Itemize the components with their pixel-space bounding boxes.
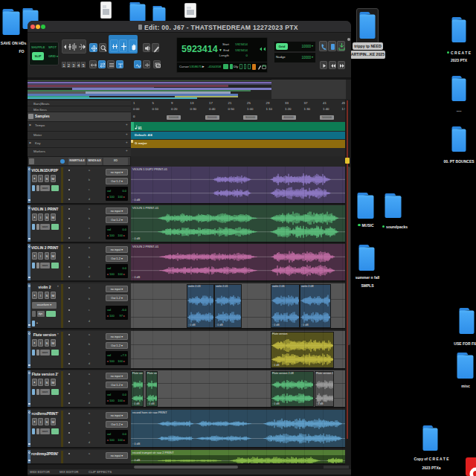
svg-text:91: 91	[138, 126, 142, 129]
